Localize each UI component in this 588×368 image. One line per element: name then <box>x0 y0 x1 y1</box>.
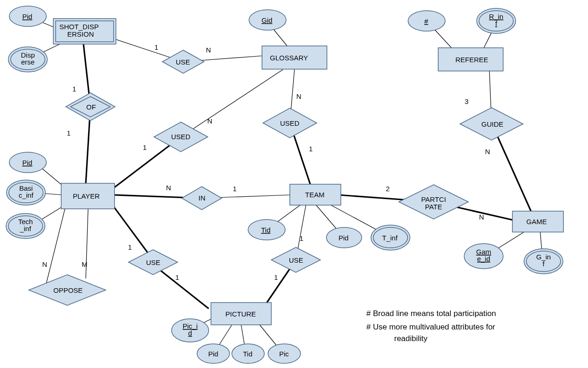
attr-player-basicinf: Basic_inf <box>6 180 45 205</box>
attr-label: Pid <box>208 350 218 358</box>
entity-player: PLAYER <box>61 183 115 209</box>
attr-label: Pic <box>279 350 289 358</box>
attr-ref-rinf: R_inf <box>477 8 516 33</box>
card-player-use2: 1 <box>128 243 132 251</box>
attr-team-tid: Tid <box>248 220 285 240</box>
rel-use-player-picture: USE <box>128 250 178 275</box>
card-pic-use2: 1 <box>175 273 179 281</box>
svg-line-29 <box>114 207 153 260</box>
card-team-use3: 1 <box>300 234 303 242</box>
svg-line-27 <box>46 209 65 283</box>
card-sd-use: 1 <box>154 43 158 51</box>
rel-of: OF <box>66 93 115 121</box>
attr-sd-disperse: Disperse <box>8 47 47 72</box>
attr-pic-tid: Tid <box>232 344 264 363</box>
card-team-part: 2 <box>386 185 390 193</box>
rel-label: USE <box>146 258 160 266</box>
card-player-of: 1 <box>67 129 70 137</box>
card-player-in: N <box>166 184 171 192</box>
entity-label: REFEREE <box>455 56 488 64</box>
entity-team: TEAM <box>290 184 341 205</box>
rel-used-glossary-team: USED <box>263 108 317 138</box>
attr-label: Basic_inf <box>19 184 34 199</box>
attr-glossary-gid: Gid <box>249 10 286 30</box>
attr-team-pid: Pid <box>326 227 362 248</box>
note-2: # Use more multivalued attributes for <box>366 323 495 331</box>
entity-game: GAME <box>512 211 563 232</box>
rel-label: USE <box>176 58 190 66</box>
card-game-guide: N <box>485 148 490 155</box>
er-diagram: SHOT_DISPERSION GLOSSARY REFEREE PLAYER … <box>0 0 588 368</box>
rel-use-sd-glossary: USE <box>162 50 204 73</box>
svg-line-30 <box>153 265 209 309</box>
card-player-used1: 1 <box>143 143 147 151</box>
attr-game-id: Game_id <box>464 244 503 269</box>
attr-pic-pic: Pic <box>268 344 300 363</box>
rel-label: GUIDE <box>481 120 504 128</box>
card-glossary-used2: N <box>296 92 301 100</box>
entity-glossary: GLOSSARY <box>262 46 327 69</box>
attr-label: Pid <box>22 159 32 167</box>
entity-label: TEAM <box>305 191 325 199</box>
card-glossary-used1: N <box>207 117 212 125</box>
entity-label: PICTURE <box>225 310 256 318</box>
attr-label: Gid <box>262 16 272 24</box>
card-game-part: N <box>479 213 484 221</box>
note-1: # Broad line means total participation <box>366 309 496 318</box>
attr-player-pid: Pid <box>9 152 46 173</box>
rel-participate: PARTCIPATE <box>399 185 468 219</box>
rel-label: OF <box>86 103 96 111</box>
rel-used-player-glossary: USED <box>154 122 208 152</box>
card-team-used2: 1 <box>309 145 313 153</box>
card-glossary-use: N <box>206 46 211 54</box>
attr-label: Tid <box>243 350 252 358</box>
rel-label: USED <box>280 119 300 127</box>
rel-label: OPPOSE <box>53 286 83 294</box>
entity-label: PLAYER <box>73 192 100 200</box>
attr-label: # <box>424 17 428 25</box>
card-oppose-m: M <box>82 260 88 268</box>
svg-line-13 <box>181 70 283 137</box>
card-pic-use3: 1 <box>274 273 278 281</box>
entity-picture: PICTURE <box>211 303 271 325</box>
rel-use-team-picture: USE <box>271 247 320 272</box>
card-oppose-n: N <box>42 260 47 268</box>
attr-label: Tech_inf <box>18 218 33 232</box>
attr-sd-pid: Pid <box>9 6 46 26</box>
entity-referee: REFEREE <box>438 48 503 71</box>
attr-label: Tid <box>261 226 270 234</box>
rel-label: USE <box>289 256 303 264</box>
attr-label: Disperse <box>21 51 35 66</box>
attr-label: Game_id <box>476 248 492 263</box>
attr-label: Pid <box>339 234 349 242</box>
entity-label: GAME <box>526 218 547 226</box>
rel-label: IN <box>198 194 205 202</box>
attr-game-ginf: G_inf <box>524 249 563 274</box>
rel-label: USED <box>171 133 191 141</box>
card-ref-guide: 3 <box>465 97 468 105</box>
attr-team-tinf: T_inf <box>371 225 410 250</box>
card-team-in: 1 <box>233 185 236 193</box>
note-3: readibility <box>394 334 428 343</box>
entity-label: GLOSSARY <box>270 54 308 62</box>
attr-label: T_inf <box>382 234 398 242</box>
rel-in: IN <box>182 187 222 210</box>
attr-label: Pid <box>22 13 32 20</box>
entity-shot-dispersion: SHOT_DISPERSION <box>53 19 116 44</box>
attr-pic-pid: Pid <box>197 344 230 363</box>
rel-oppose: OPPOSE <box>29 275 106 305</box>
card-sd-of: 1 <box>72 85 76 93</box>
attr-player-techinf: Tech_inf <box>6 213 45 239</box>
attr-ref-num: # <box>408 11 445 31</box>
rel-guide: GUIDE <box>460 108 523 140</box>
attr-pic-id: Pic_id <box>172 319 209 342</box>
